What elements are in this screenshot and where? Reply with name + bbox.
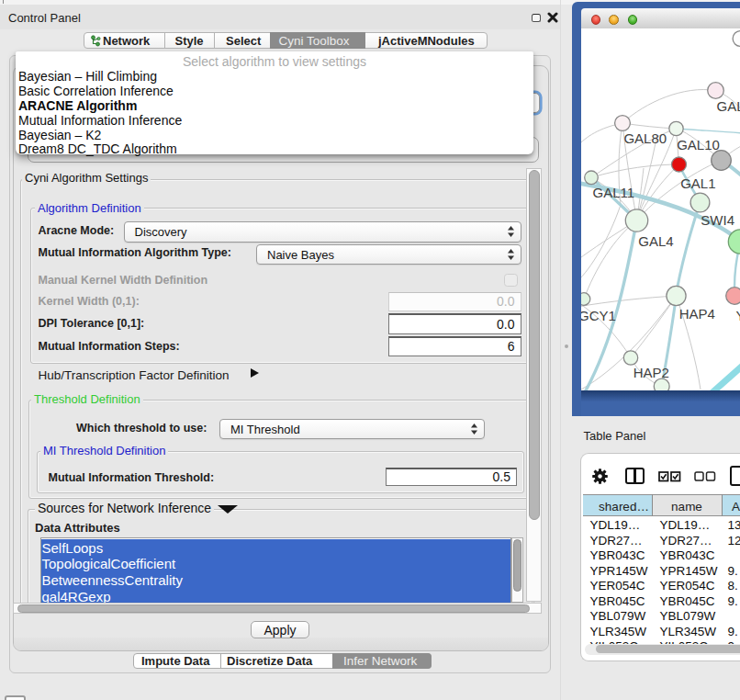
svg-text:GCY1: GCY1 bbox=[581, 308, 616, 323]
svg-text:GAL10: GAL10 bbox=[677, 137, 720, 152]
svg-text:HAP4: HAP4 bbox=[678, 306, 714, 322]
svg-text:GAL8: GAL8 bbox=[716, 98, 740, 114]
svg-text:GAL80: GAL80 bbox=[623, 130, 667, 146]
svg-text:HAP2: HAP2 bbox=[633, 365, 668, 380]
svg-text:Y: Y bbox=[735, 308, 740, 323]
svg-text:GAL11: GAL11 bbox=[592, 185, 634, 200]
svg-text:SWI4: SWI4 bbox=[701, 212, 734, 228]
svg-text:GAL1: GAL1 bbox=[680, 175, 715, 191]
svg-text:GAL4: GAL4 bbox=[638, 233, 673, 249]
